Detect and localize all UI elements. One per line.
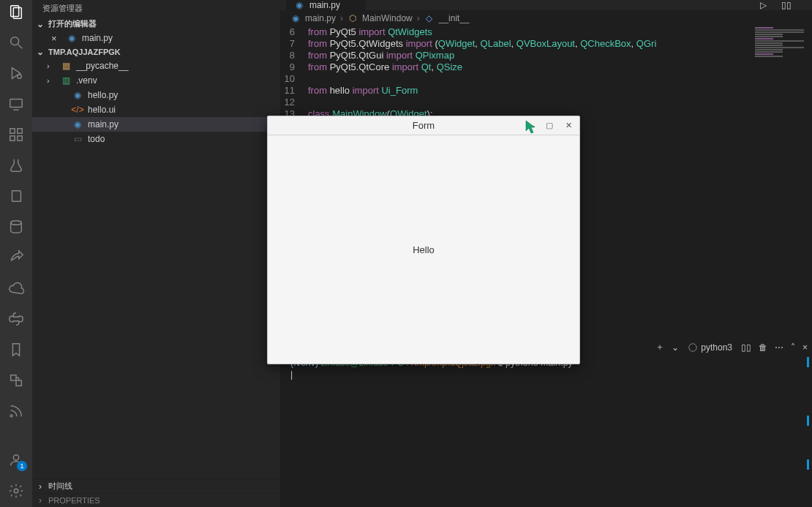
svg-point-2 <box>11 37 19 45</box>
editor-actions: ▷ ▯▯ <box>760 0 792 10</box>
kill-terminal-icon[interactable]: 🗑 <box>759 342 767 353</box>
explorer-icon[interactable] <box>7 3 25 20</box>
workspace-label: TMP.AQJJAZFPGK <box>48 48 121 56</box>
text-file-icon: ▭ <box>72 133 83 145</box>
svg-point-20 <box>689 343 697 351</box>
collapse-terminal-icon[interactable]: ˄ <box>791 342 795 353</box>
tree-file-main-py[interactable]: › ◉ main.py <box>32 117 280 132</box>
folder-icon: ▦ <box>60 60 72 72</box>
close-terminal-icon[interactable]: × <box>802 342 808 353</box>
minimize-button[interactable]: ― <box>521 118 540 132</box>
workspace-header[interactable]: ⌄ TMP.AQJJAZFPGK <box>32 45 280 59</box>
database-icon[interactable] <box>7 218 25 236</box>
code-content: from PyQt5.QtWidgets import (QWidget, QL… <box>308 38 656 50</box>
code-line: 9from PyQt5.QtCore import Qt, QSize <box>280 61 812 73</box>
open-editor-item[interactable]: × ◉ main.py <box>32 31 280 45</box>
settings-gear-icon[interactable] <box>7 482 25 500</box>
split-editor-icon[interactable]: ▯▯ <box>781 0 792 10</box>
code-line: 6from PyQt5 import QtWidgets <box>280 26 812 38</box>
ui-file-icon: </> <box>72 104 83 116</box>
close-button[interactable]: ✕ <box>559 118 578 132</box>
svg-rect-9 <box>18 129 22 133</box>
tab-bar: ◉ main.py <box>280 0 812 10</box>
svg-point-12 <box>11 221 22 225</box>
timeline-label: 时间线 <box>48 481 72 492</box>
share-icon[interactable] <box>7 249 25 266</box>
tree-label: __pycache__ <box>76 61 128 71</box>
form-body: Hello <box>268 135 579 364</box>
remote-icon[interactable] <box>7 95 25 113</box>
tree-folder-venv[interactable]: › ▥ .venv <box>32 73 280 88</box>
code-content: from hello import Ui_Form <box>308 85 418 97</box>
testing-icon[interactable] <box>7 157 25 174</box>
search-icon[interactable] <box>7 34 25 51</box>
references-icon[interactable] <box>7 372 25 389</box>
form-window-title: Form <box>413 120 435 131</box>
pyqt-form-window[interactable]: Form ― ▢ ✕ Hello <box>267 116 580 364</box>
chevron-right-icon: › <box>35 481 45 492</box>
extensions-icon[interactable] <box>7 126 25 143</box>
breadcrumb-class: MainWindow <box>362 13 413 23</box>
line-number: 10 <box>280 73 308 85</box>
line-number: 9 <box>280 61 308 73</box>
code-line: 11from hello import Ui_Form <box>280 85 812 97</box>
terminal-kind-label: python3 <box>701 342 732 353</box>
run-icon[interactable]: ▷ <box>760 0 767 10</box>
svg-marker-4 <box>12 68 20 79</box>
tree-file-hello-py[interactable]: › ◉ hello.py <box>32 88 280 102</box>
svg-point-17 <box>10 415 12 417</box>
code-line: 10 <box>280 73 812 85</box>
code-line: 12 <box>280 97 812 108</box>
explorer-sidebar: 资源管理器 ⌄ 打开的编辑器 × ◉ main.py ⌄ TMP.AQJJAZF… <box>32 0 280 507</box>
open-editor-file-label: main.py <box>82 33 113 43</box>
account-icon[interactable]: 1 <box>7 451 25 469</box>
line-number: 8 <box>280 50 308 61</box>
terminal-selector-chevron-icon[interactable]: ⌄ <box>672 342 679 353</box>
breadcrumb-method: __init__ <box>439 13 470 23</box>
more-terminal-icon[interactable]: ⋯ <box>775 342 783 353</box>
tree-label: main.py <box>88 119 119 129</box>
svg-rect-8 <box>10 129 15 133</box>
form-hello-label: Hello <box>413 244 435 255</box>
editor-tab-main[interactable]: ◉ main.py <box>286 0 366 10</box>
split-terminal-icon[interactable]: ▯▯ <box>741 342 751 353</box>
terminal-body[interactable]: (.venv) zinface@zinface-PC : /tmp/tmp.aQ… <box>290 357 783 503</box>
chevron-down-icon: ⌄ <box>35 19 45 29</box>
form-titlebar[interactable]: Form ― ▢ ✕ <box>268 116 579 135</box>
tree-folder-pycache[interactable]: › ▦ __pycache__ <box>32 59 280 73</box>
tree-file-hello-ui[interactable]: › </> hello.ui <box>32 102 280 117</box>
rss-icon[interactable] <box>7 402 25 420</box>
breadcrumb-separator-icon: › <box>417 13 420 23</box>
code-line: 8from PyQt5.QtGui import QPixmap <box>280 50 812 61</box>
method-icon: ◇ <box>424 13 435 23</box>
line-number: 6 <box>280 26 308 38</box>
terminal-toolbar: ＋ ⌄ python3 ▯▯ 🗑 ⋯ ˄ × <box>655 341 808 353</box>
open-editors-label: 打开的编辑器 <box>48 18 97 29</box>
folder-icon: ▥ <box>60 75 72 86</box>
minimap[interactable] <box>751 26 812 334</box>
svg-rect-6 <box>10 99 23 108</box>
cloud-icon[interactable] <box>7 279 25 297</box>
python-file-icon: ◉ <box>293 0 305 11</box>
timeline-header[interactable]: › 时间线 <box>32 478 280 493</box>
properties-header[interactable]: › PROPERTIES <box>32 493 280 507</box>
tree-file-todo[interactable]: › ▭ todo <box>32 132 280 146</box>
python-env-icon[interactable] <box>7 310 25 328</box>
python-file-icon: ◉ <box>72 119 83 130</box>
activity-bar: 1 <box>0 0 32 507</box>
breadcrumb-file: main.py <box>305 13 336 23</box>
breadcrumb[interactable]: ◉ main.py › ⬡ MainWindow › ◇ __init__ <box>280 10 812 26</box>
open-editors-header[interactable]: ⌄ 打开的编辑器 <box>32 17 280 31</box>
new-terminal-button[interactable]: ＋ <box>655 341 664 353</box>
python-file-icon: ◉ <box>66 32 78 44</box>
book-icon[interactable] <box>7 187 25 205</box>
close-icon[interactable]: × <box>51 33 61 44</box>
breadcrumb-separator-icon: › <box>340 13 343 23</box>
tab-label: main.py <box>309 0 340 10</box>
properties-label: PROPERTIES <box>48 496 100 505</box>
bookmark-icon[interactable] <box>7 341 25 358</box>
terminal-kind-indicator[interactable]: python3 <box>686 342 734 353</box>
maximize-button[interactable]: ▢ <box>540 118 559 132</box>
debug-icon[interactable] <box>7 64 25 82</box>
svg-point-5 <box>18 75 22 79</box>
